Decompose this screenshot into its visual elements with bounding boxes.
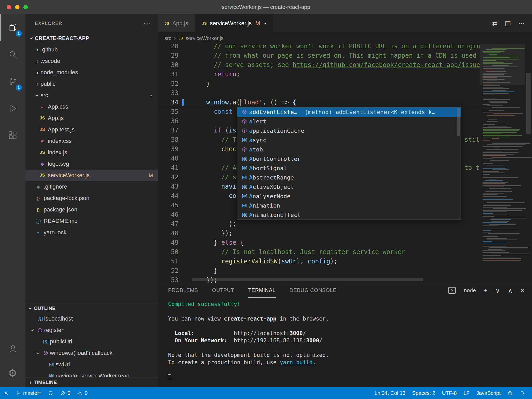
suggest-item-alert[interactable]: alert — [237, 117, 461, 126]
tab-serviceworker-js[interactable]: JSserviceWorker.jsM● — [195, 14, 274, 32]
code-line-47[interactable]: 47 ); — [158, 219, 480, 229]
close-panel-button[interactable]: × — [520, 287, 524, 294]
breadcrumb-item[interactable]: serviceWorker.js — [185, 35, 223, 41]
minimize-window-button[interactable] — [15, 5, 19, 9]
tree-item-index-css[interactable]: #index.css — [25, 135, 158, 147]
code-line-51[interactable]: 51 registerValidSW(swUrl, config); — [158, 257, 480, 266]
outline-item-islocalhost[interactable]: [@]isLocalhost — [25, 313, 158, 324]
panel-tab-debug-console[interactable]: DEBUG CONSOLE — [290, 283, 337, 298]
tree-item-github[interactable]: ›.github — [25, 44, 158, 55]
activity-item-search[interactable] — [0, 41, 25, 68]
status-eol[interactable]: LF — [460, 387, 473, 399]
suggest-item-atob[interactable]: atob — [237, 145, 461, 154]
horizontal-scrollbar[interactable] — [192, 278, 423, 281]
code-line-29[interactable]: 29 // from what our page is served on. T… — [158, 51, 480, 60]
outline-header[interactable]: › OUTLINE — [25, 303, 158, 313]
tree-item-logo-svg[interactable]: ◆logo.svg — [25, 158, 158, 170]
json-lock-file-icon: {} — [34, 196, 42, 201]
suggest-item-applicationcache[interactable]: applicationCache — [237, 126, 461, 135]
tab-app-js[interactable]: JSApp.js — [158, 14, 195, 32]
outline-item-swurl[interactable]: [@]swUrl — [25, 359, 158, 370]
code-line-48[interactable]: 48 }); — [158, 229, 480, 238]
more-actions-icon[interactable]: ··· — [143, 22, 151, 25]
breadcrumb: src›JSserviceWorker.js — [158, 32, 532, 44]
timeline-header[interactable]: › TIMELINE — [25, 377, 158, 387]
code-line-32[interactable]: 32} — [158, 79, 480, 88]
tree-item-package-lock-json[interactable]: {}package-lock.json — [25, 192, 158, 204]
suggest-item-analysernode[interactable]: [@]AnalyserNode — [237, 191, 461, 201]
status-cursor-position[interactable]: Ln 34, Col 13 — [371, 387, 409, 399]
suggest-item-activexobject[interactable]: [@]ActiveXObject — [237, 182, 461, 191]
status-git-branch[interactable]: master* — [12, 387, 44, 399]
suggest-item-abstractrange[interactable]: [@]AbstractRange — [237, 173, 461, 182]
code-line-34[interactable]: 34window.a('load', () => { — [158, 98, 480, 107]
code-line-49[interactable]: 49 } else { — [158, 238, 480, 247]
status-encoding[interactable]: UTF-8 — [439, 387, 460, 399]
activity-item-extensions[interactable] — [0, 122, 25, 149]
more-icon[interactable]: ··· — [518, 19, 525, 27]
activity-item-run-debug[interactable] — [0, 95, 25, 122]
tree-item-index-js[interactable]: JSindex.js — [25, 147, 158, 158]
tree-item-yarn-lock[interactable]: ●yarn.lock — [25, 227, 158, 238]
suggest-item-abortcontroller[interactable]: [@]AbortController — [237, 154, 461, 163]
tree-item-readme-md[interactable]: iREADME.md — [25, 215, 158, 227]
close-window-button[interactable] — [7, 5, 11, 9]
tree-item-app-js[interactable]: JSApp.js — [25, 112, 158, 124]
suggest-item-animationeffect[interactable]: [@]AnimationEffect — [237, 210, 461, 220]
activity-item-account[interactable] — [0, 337, 25, 361]
suggest-item-abortsignal[interactable]: [@]AbortSignal — [237, 163, 461, 173]
status-remote-indicator[interactable] — [0, 387, 12, 399]
tree-item-serviceworker-js[interactable]: JSserviceWorker.jsM — [25, 170, 158, 181]
breadcrumb-item[interactable]: src — [164, 35, 171, 41]
panel-tab-problems[interactable]: PROBLEMS — [168, 283, 198, 298]
status-feedback[interactable] — [504, 387, 516, 399]
tree-item-vscode[interactable]: ›.vscode — [25, 55, 158, 67]
code-line-33[interactable]: 33 — [158, 88, 480, 98]
tree-item-app-test-js[interactable]: JSApp.test.js — [25, 124, 158, 135]
outline-item-window-a-load-callback[interactable]: ›window.a('load') callback — [25, 347, 158, 359]
panel-tab-terminal[interactable]: TERMINAL — [248, 283, 275, 298]
panel-tab-output[interactable]: OUTPUT — [212, 283, 234, 298]
suggest-item-async[interactable]: [@]async — [237, 135, 461, 145]
status-language-mode[interactable]: JavaScript — [473, 387, 504, 399]
maximize-panel-button[interactable]: ∧ — [508, 287, 513, 294]
tree-item-node-modules[interactable]: ›node_modules — [25, 67, 158, 78]
status-warning-count[interactable]: 0 — [74, 387, 91, 399]
new-terminal-button[interactable]: + — [484, 287, 488, 294]
terminal-dropdown-chevron-icon[interactable]: ∨ — [495, 287, 500, 294]
terminal-output[interactable]: Compiled successfully!You can now view c… — [158, 298, 532, 381]
tree-item-src[interactable]: ›src● — [25, 90, 158, 101]
outline-item-register[interactable]: ›register — [25, 324, 158, 336]
status-error-count[interactable]: 0 — [57, 387, 74, 399]
terminal-line: Compiled successfully! — [168, 301, 532, 308]
code-editor[interactable]: 28 // our service worker won't work if P… — [158, 44, 532, 283]
activity-item-settings[interactable]: ⚙ — [0, 361, 25, 385]
status-indentation[interactable]: Spaces: 2 — [409, 387, 439, 399]
split-editor-icon[interactable]: ◫ — [505, 19, 511, 27]
suggest-item-animation[interactable]: [@]Animation — [237, 201, 461, 210]
status-notifications[interactable] — [516, 387, 528, 399]
tree-item-package-json[interactable]: {}package.json — [25, 204, 158, 215]
line-number: 33 — [158, 88, 178, 98]
code-line-52[interactable]: 52 } — [158, 266, 480, 275]
vertical-scrollbar[interactable] — [526, 73, 531, 134]
code-line-28[interactable]: 28 // our service worker won't work if P… — [158, 44, 480, 51]
item-label: window.a('load') callback — [50, 350, 112, 356]
status-sync-changes[interactable] — [44, 387, 57, 399]
zoom-window-button[interactable] — [23, 5, 28, 9]
suggest-item-addeventliste[interactable]: addEventListe…(method) addEventListener<… — [237, 107, 461, 117]
open-changes-icon[interactable]: ⇄ — [492, 19, 497, 27]
code-line-50[interactable]: 50 // Is not localhost. Just register se… — [158, 247, 480, 257]
tree-item-public[interactable]: ›public — [25, 78, 158, 90]
minimap[interactable] — [480, 44, 525, 283]
suggest-scrollbar[interactable] — [457, 108, 460, 136]
code-line-30[interactable]: 30 // serve assets; see https://github.c… — [158, 60, 480, 70]
activity-item-explorer[interactable]: 1 — [0, 14, 25, 41]
tree-item-gitignore[interactable]: ◆.gitignore — [25, 181, 158, 192]
outline-item-publicurl[interactable]: [@]publicUrl — [25, 336, 158, 347]
activity-item-source-control[interactable]: 1 — [0, 68, 25, 95]
js-file-icon: JS — [164, 21, 169, 25]
tree-item-app-css[interactable]: #App.css — [25, 101, 158, 112]
project-root-folder[interactable]: › CREATE-REACT-APP — [25, 32, 158, 44]
code-line-31[interactable]: 31 return; — [158, 70, 480, 79]
